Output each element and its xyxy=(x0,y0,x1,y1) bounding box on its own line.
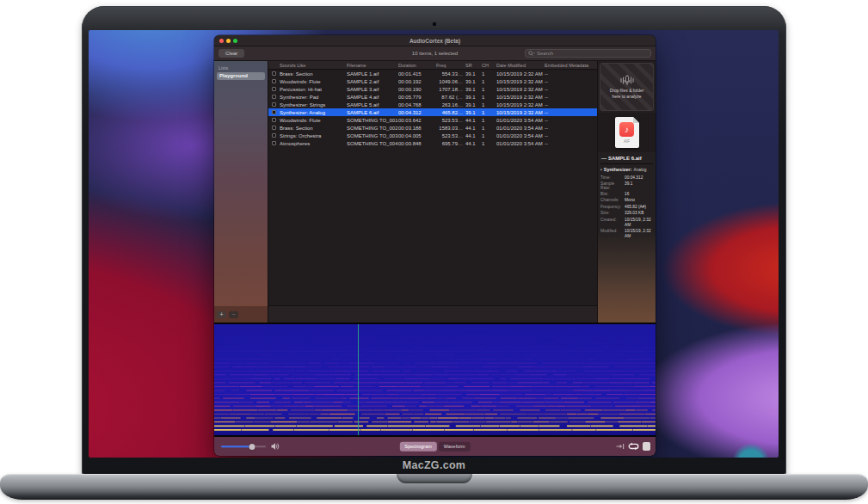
stop-toggle-button[interactable] xyxy=(643,442,651,451)
cell-embedded_metadata: -- xyxy=(545,71,597,77)
info-filename-header[interactable]: — SAMPLE 6.aif xyxy=(600,155,653,164)
bullet-icon: • xyxy=(600,167,602,172)
cell-ch: 1 xyxy=(482,133,496,138)
cell-date_modified: 10/15/2019 2:32 AM xyxy=(496,87,545,92)
cell-ch: 1 xyxy=(482,71,496,77)
cell-date_modified: 10/15/2019 2:32 AM xyxy=(496,102,545,108)
info-field: Frequency:465.82 (A#) xyxy=(600,205,653,210)
file-preview-section: ♪ AIF xyxy=(598,113,656,152)
cell-duration: 00:00.190 xyxy=(398,87,434,92)
row-checkbox[interactable] xyxy=(272,71,276,76)
cell-date_modified: 01/01/2020 3:54 AM xyxy=(496,126,545,131)
sidebar-item-playground[interactable]: Playground xyxy=(217,72,265,80)
segment-waveform[interactable]: Waveform xyxy=(439,442,471,452)
cell-filename: SOMETHING TO_001-4… xyxy=(347,118,398,123)
remove-list-button[interactable]: − xyxy=(229,311,238,318)
row-checkbox[interactable] xyxy=(272,141,276,145)
info-category-row: • Synthesizer: Analog xyxy=(600,167,653,172)
row-checkbox[interactable] xyxy=(272,102,276,107)
cell-sr: 39.1 xyxy=(465,71,482,77)
window-content: Lists Playground + − Sounds LikeFilename… xyxy=(214,61,656,323)
table-row[interactable]: Brass: SectionSAMPLE 1.aif00:01.415554.3… xyxy=(268,70,597,77)
spectrogram-playhead[interactable] xyxy=(358,324,359,435)
segment-spectrogram[interactable]: Spectrogram xyxy=(399,442,437,452)
table-row[interactable]: AtmospheresSOMETHING TO_004-4…00:00.8486… xyxy=(268,139,597,147)
cell-ch: 1 xyxy=(482,95,496,100)
brand-label: MacZG.com xyxy=(82,457,786,475)
cell-sr: 44.1 xyxy=(465,141,482,146)
table-row[interactable]: Synthesizer: PadSAMPLE 4.aif00:05.77987.… xyxy=(268,93,597,101)
aif-file-icon[interactable]: ♪ AIF xyxy=(615,117,639,148)
cell-duration: 00:04.768 xyxy=(398,102,434,108)
volume-knob[interactable] xyxy=(249,444,255,450)
cell-date_modified: 10/15/2019 2:32 AM xyxy=(496,79,545,84)
cell-ch: 1 xyxy=(482,110,496,115)
row-checkbox[interactable] xyxy=(272,95,276,99)
loop-icon[interactable] xyxy=(628,442,639,451)
cell-ch: 1 xyxy=(482,79,496,84)
cell-embedded_metadata: -- xyxy=(545,118,597,123)
row-checkbox[interactable] xyxy=(272,87,276,91)
table-row[interactable]: Synthesizer: StringsSAMPLE 5.aif00:04.76… xyxy=(268,101,597,108)
laptop-lid-notch xyxy=(397,474,472,483)
cell-sounds_like: Brass: Section xyxy=(280,71,347,77)
cell-embedded_metadata: -- xyxy=(545,95,597,100)
clear-button[interactable]: Clear xyxy=(219,49,244,58)
file-type-label: AIF xyxy=(624,139,630,144)
cell-ch: 1 xyxy=(482,126,496,131)
speaker-icon[interactable] xyxy=(271,443,280,451)
cell-duration: 00:03.642 xyxy=(398,118,434,123)
view-mode-segmented-control: SpectrogramWaveform xyxy=(399,442,470,452)
analyze-mic-icon xyxy=(619,75,636,86)
column-header[interactable]: Date Modified xyxy=(496,63,545,68)
table-row[interactable]: Woodwinds: FluteSOMETHING TO_001-4…00:03… xyxy=(268,116,597,124)
window-titlebar[interactable]: AudioCortex (Beta) xyxy=(214,35,656,46)
row-checkbox[interactable] xyxy=(272,79,276,83)
cell-embedded_metadata: -- xyxy=(545,141,597,146)
cell-sr: 39.1 xyxy=(465,79,482,84)
volume-slider[interactable] xyxy=(221,443,266,451)
cell-freq: 523.53… xyxy=(434,118,465,123)
table-row[interactable]: Strings: OrchestraSOMETHING TO_003-4…00:… xyxy=(268,132,597,139)
cell-freq: 465.82… xyxy=(434,110,465,115)
spectrogram-canvas[interactable] xyxy=(214,324,656,435)
drop-zone[interactable]: Drop files & folder here to analyze xyxy=(600,63,654,111)
column-header[interactable]: Filename xyxy=(347,63,398,68)
table-row[interactable]: Woodwinds: FluteSAMPLE 2.aif00:00.192104… xyxy=(268,77,597,85)
add-list-button[interactable]: + xyxy=(217,311,226,318)
info-field: Time:00:04.312 xyxy=(600,175,653,181)
cell-sounds_like: Synthesizer: Analog xyxy=(280,110,347,115)
info-field: Created:10/15/19, 2:32 AM xyxy=(600,218,653,228)
cell-duration: 00:04.005 xyxy=(398,133,434,138)
cell-ch: 1 xyxy=(482,87,496,92)
row-checkbox[interactable] xyxy=(272,126,276,130)
table-row[interactable]: Synthesizer: AnalogSAMPLE 6.aif00:04.312… xyxy=(268,108,597,116)
table-row[interactable]: Brass: SectionSOMETHING TO_002-4…00:03.1… xyxy=(268,124,597,132)
column-header[interactable]: SR xyxy=(465,63,482,68)
cell-sr: 39.1 xyxy=(465,87,482,92)
cell-duration: 00:03.188 xyxy=(398,126,434,131)
column-header[interactable]: Embedded Metadata xyxy=(545,63,597,68)
row-checkbox[interactable] xyxy=(272,118,276,122)
table-row[interactable]: Percussion: Hi-hatSAMPLE 3.aif00:00.1901… xyxy=(268,85,597,93)
search-icon xyxy=(528,51,535,57)
table-header: Sounds LikeFilenameDurationFreqSRCHDate … xyxy=(268,61,597,70)
search-field[interactable] xyxy=(525,49,651,58)
cell-freq: 695.79… xyxy=(434,141,465,146)
cell-filename: SAMPLE 6.aif xyxy=(347,110,398,115)
column-header[interactable]: Duration xyxy=(398,63,434,68)
column-header[interactable]: Sounds Like xyxy=(280,63,347,68)
cell-filename: SAMPLE 4.aif xyxy=(347,95,398,100)
info-field: Channels:Mono xyxy=(600,198,653,203)
skip-to-end-icon[interactable] xyxy=(616,443,625,450)
column-header[interactable]: Freq xyxy=(434,63,465,68)
search-input[interactable] xyxy=(537,51,648,56)
collapse-indicator[interactable]: — xyxy=(601,156,606,161)
toolbar: Clear 10 items, 1 selected xyxy=(214,46,656,61)
cell-embedded_metadata: -- xyxy=(545,102,597,108)
column-header[interactable]: CH xyxy=(482,63,496,68)
spectrogram-view xyxy=(214,323,656,437)
row-checkbox[interactable] xyxy=(272,133,276,138)
row-checkbox[interactable] xyxy=(272,110,276,114)
drop-zone-text: Drop files & folder here to analyze xyxy=(610,88,644,100)
